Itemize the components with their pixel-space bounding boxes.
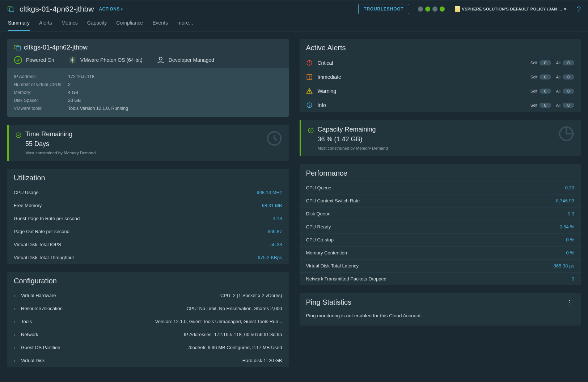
svg-point-16 [309, 64, 310, 65]
config-row[interactable]: ›Guest OS Partition/boot/efi: 9.96 MB Co… [7, 341, 289, 354]
card-title: Utilization [7, 169, 289, 186]
metric-row[interactable]: Virtual Disk Total Throughput675.2 KBps [7, 251, 289, 264]
config-row[interactable]: ›Virtual DiskHard disk 1: 20 GB [7, 354, 289, 367]
metric-row[interactable]: CPU Queue0.33 [300, 181, 581, 194]
policy-selector[interactable]: VSPHERE SOLUTION'S DEFAULT POLICY (JAN .… [455, 6, 567, 12]
spec-value: 4 GB [68, 90, 79, 95]
actions-dropdown[interactable]: ACTIONS [99, 7, 123, 12]
all-count[interactable]: 0 [563, 89, 574, 94]
utilization-card: Utilization CPU Usage998.13 MHz Free Mem… [7, 169, 289, 264]
config-row[interactable]: ›Resource AllocationCPU: No Limit, No Re… [7, 302, 289, 315]
svg-point-19 [309, 78, 310, 79]
troubleshoot-button[interactable]: TROUBLESHOOT [358, 4, 409, 14]
ping-message: Ping monitoring is not enabled for this … [300, 310, 581, 326]
card-title: Configuration [7, 272, 289, 289]
ping-statistics-card: Ping Statistics ⋮ Ping monitoring is not… [300, 293, 581, 326]
self-count[interactable]: 0 [540, 103, 551, 108]
page-title: cltkgs-01-4pn62-jthbw [20, 5, 94, 13]
check-icon [308, 127, 314, 135]
kpi-value: 55 Days [25, 140, 266, 148]
policy-icon [455, 6, 460, 12]
alert-row-critical[interactable]: Critical Self0 All0 [300, 56, 581, 70]
performance-card: Performance CPU Queue0.33 CPU Context Sw… [300, 164, 581, 285]
metric-row[interactable]: Free Memory98.31 MB [7, 199, 289, 212]
card-title: Active Alerts [300, 39, 581, 56]
all-count[interactable]: 0 [563, 60, 574, 65]
vm-icon [7, 5, 14, 13]
kpi-title: Time Remaining [25, 130, 266, 138]
self-count[interactable]: 0 [540, 60, 551, 65]
metric-row[interactable]: CPU Ready0.84 % [300, 220, 581, 233]
immediate-icon [306, 74, 313, 80]
card-title: Ping Statistics [306, 298, 352, 306]
svg-point-10 [71, 59, 73, 61]
right-column: Active Alerts Critical Self0 All0 Immedi… [300, 39, 581, 367]
alert-row-warning[interactable]: Warning Self0 All0 [300, 84, 581, 98]
check-icon [15, 132, 22, 140]
card-title: Performance [300, 164, 581, 181]
info-icon [306, 102, 313, 108]
capacity-remaining-card[interactable]: Capacity Remaining 36 % (1.42 GB) Most c… [300, 120, 581, 156]
signal-dot [440, 7, 445, 12]
metric-row[interactable]: Page Out Rate per second669.87 [7, 225, 289, 238]
svg-point-11 [159, 57, 162, 60]
chevron-right-icon: › [14, 319, 17, 324]
policy-label: VSPHERE SOLUTION'S DEFAULT POLICY (JAN .… [462, 7, 562, 11]
spec-value: 2 [68, 82, 71, 87]
tab-summary[interactable]: Summary [8, 20, 30, 31]
spec-label: Number of virtual CPUs: [14, 82, 68, 87]
svg-rect-3 [16, 46, 21, 50]
help-icon[interactable]: ? [577, 5, 581, 13]
metric-row[interactable]: Virtual Disk Total IOPS55.33 [7, 238, 289, 251]
all-count[interactable]: 0 [563, 74, 574, 80]
kebab-menu-icon[interactable]: ⋮ [565, 299, 574, 306]
critical-icon [306, 60, 313, 66]
dashboard-grid: cltkgs-01-4pn62-jthbw Powered On [0, 31, 588, 374]
signal-dot [425, 7, 430, 12]
warning-icon [306, 88, 313, 94]
tab-metrics[interactable]: Metrics [62, 20, 78, 31]
metric-row[interactable]: Disk Queue0.3 [300, 207, 581, 220]
chevron-right-icon: › [14, 359, 17, 363]
chevron-right-icon: › [14, 293, 17, 298]
vm-summary-card: cltkgs-01-4pn62-jthbw Powered On [7, 39, 289, 117]
metric-row[interactable]: CPU Usage998.13 MHz [7, 186, 289, 199]
metric-row[interactable]: Guest Page In Rate per second4.13 [7, 212, 289, 225]
configuration-card: Configuration ›Virtual HardwareCPU: 2 (1… [7, 272, 289, 367]
managed-by: Developer Managed [169, 57, 214, 63]
config-row[interactable]: ›ToolsVersion: 12.1.0, Guest Tools Unman… [7, 315, 289, 328]
config-row[interactable]: ›Virtual HardwareCPU: 2 (1 Socket x 2 vC… [7, 289, 289, 302]
vm-name: cltkgs-01-4pn62-jthbw [24, 44, 88, 51]
metric-row[interactable]: CPU Co-stop0 % [300, 233, 581, 246]
tab-events[interactable]: Events [152, 20, 168, 31]
metric-row[interactable]: CPU Context Switch Rate8,746.93 [300, 194, 581, 207]
self-count[interactable]: 0 [540, 89, 551, 94]
all-count[interactable]: 0 [563, 103, 574, 108]
alert-row-info[interactable]: Info Self0 All0 [300, 98, 581, 112]
self-count[interactable]: 0 [540, 74, 551, 80]
alert-row-immediate[interactable]: Immediate Self0 All0 [300, 70, 581, 84]
metric-row[interactable]: Memory Contention0 % [300, 246, 581, 259]
config-row[interactable]: ›NetworkIP Addresses: 172.16.5.118, 00:5… [7, 328, 289, 341]
power-status: Powered On [26, 57, 54, 63]
vm-specs: IP Address:172.16.5.118 Number of virtua… [7, 68, 289, 117]
kpi-value: 36 % (1.42 GB) [318, 136, 559, 143]
spec-value: 20 GB [68, 98, 81, 103]
photon-os-icon [68, 56, 77, 64]
tab-capacity[interactable]: Capacity [87, 20, 107, 31]
tab-alerts[interactable]: Alerts [39, 20, 52, 31]
spec-label: Memory: [14, 90, 68, 95]
kpi-subtitle: Most constrained by Memory Demand [318, 146, 559, 150]
vm-icon [14, 44, 21, 51]
page-header: cltkgs-01-4pn62-jthbw ACTIONS TROUBLESHO… [0, 0, 588, 16]
left-column: cltkgs-01-4pn62-jthbw Powered On [7, 39, 289, 367]
spec-label: IP Address: [14, 74, 68, 79]
svg-point-21 [309, 92, 310, 93]
tab-compliance[interactable]: Compliance [116, 20, 143, 31]
time-remaining-card[interactable]: Time Remaining 55 Days Most constrained … [7, 125, 289, 161]
signal-indicators [418, 7, 445, 12]
metric-row[interactable]: Virtual Disk Total Latency865.38 µs [300, 259, 581, 272]
metric-row[interactable]: Network Transmitted Packets Dropped0 [300, 272, 581, 285]
svg-rect-1 [10, 8, 14, 12]
tab-more[interactable]: more... [177, 20, 193, 31]
